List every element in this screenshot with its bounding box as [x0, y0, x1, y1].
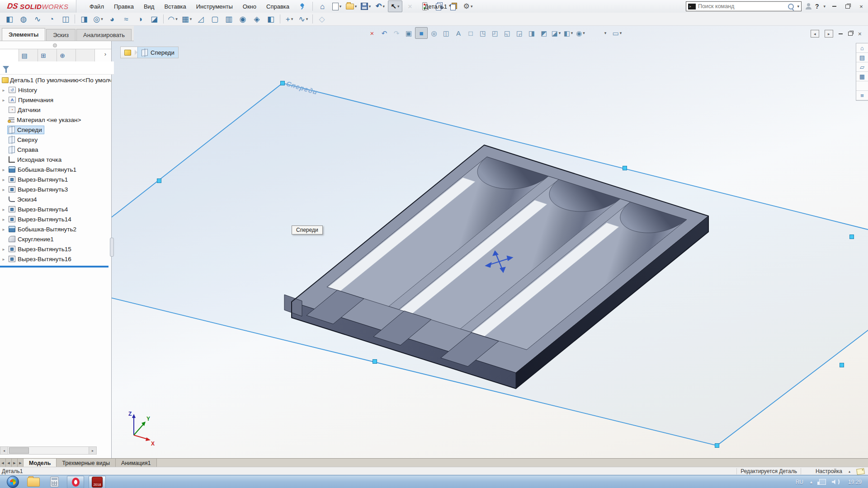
save-button[interactable]: ▾: [359, 1, 373, 12]
help-dropdown-icon[interactable]: ▾: [823, 4, 826, 9]
tree-item-annotations[interactable]: ▸ Примечания: [0, 95, 111, 105]
dropdown-arrow-icon[interactable]: ▾: [340, 4, 342, 9]
hide-show-items-icon[interactable]: ◉▾: [575, 28, 586, 38]
view-top-icon[interactable]: ◲▾: [514, 28, 525, 38]
tree-item-history[interactable]: ▸ History: [0, 85, 111, 95]
tab-animation1[interactable]: Анимация1: [116, 459, 157, 467]
instant3d-icon[interactable]: ◇▾: [315, 14, 329, 24]
scroll-left-icon[interactable]: ◂: [0, 447, 8, 454]
tab-evaluate[interactable]: Анализировать: [76, 29, 132, 41]
tab-3d-views[interactable]: Трехмерные виды: [57, 459, 116, 467]
taskbar-solidworks-icon[interactable]: 2018: [89, 476, 106, 488]
dropdown-arrow-icon[interactable]: ▾: [355, 4, 357, 9]
doc-close-button[interactable]: ×: [858, 30, 862, 38]
minimize-button[interactable]: [829, 2, 839, 10]
view-bottom-icon[interactable]: ◨▾: [526, 28, 538, 38]
undo-button[interactable]: ▾: [373, 1, 387, 12]
scroll-right-icon[interactable]: ▸: [89, 447, 96, 454]
restore-button[interactable]: [843, 2, 853, 10]
lofted-cut-icon[interactable]: ◑▾: [133, 14, 147, 24]
open-document-button[interactable]: ▾: [344, 1, 358, 12]
lofted-boss-icon[interactable]: ◔▾: [45, 14, 58, 24]
display-style-icon[interactable]: ◧▾: [562, 28, 574, 38]
taskpane-view-palette-icon[interactable]: ▦: [856, 72, 868, 81]
search-icon[interactable]: [788, 4, 794, 9]
tree-filter-row[interactable]: [0, 61, 114, 75]
taskbar-opera-icon[interactable]: [67, 476, 84, 488]
extruded-boss-icon[interactable]: ◧▾: [3, 14, 16, 24]
tree-item-front-plane[interactable]: ▸ Спереди: [0, 125, 111, 135]
tree-item-cut-extrude4[interactable]: ▸ Вырез-Вытянуть4: [0, 204, 111, 214]
view-front-icon[interactable]: □▾: [465, 28, 476, 38]
taskpane-design-library-icon[interactable]: ▤: [856, 53, 868, 62]
collapse-left-icon[interactable]: ◂: [811, 30, 819, 38]
dropdown-arrow-icon[interactable]: ▾: [559, 31, 561, 35]
expand-arrow-icon[interactable]: ▸: [0, 88, 7, 93]
customize-arrow-icon[interactable]: ▴: [849, 469, 850, 474]
dropdown-arrow-icon[interactable]: ▾: [291, 17, 293, 21]
taskbar-explorer-icon[interactable]: [25, 476, 42, 488]
section-view-icon[interactable]: ◫▾: [440, 28, 452, 38]
fillet-icon[interactable]: ◠▾: [166, 14, 179, 24]
taskpane-custom-properties-icon[interactable]: ≡: [856, 91, 868, 100]
breadcrumb-part[interactable]: [121, 47, 135, 58]
clock[interactable]: 19:29: [848, 479, 862, 485]
language-indicator[interactable]: RU: [796, 479, 803, 485]
mirror-icon[interactable]: ◧▾: [264, 14, 278, 24]
dropdown-arrow-icon[interactable]: ▾: [397, 4, 400, 9]
scrollbar-thumb[interactable]: [9, 447, 29, 454]
dropdown-arrow-icon[interactable]: ▾: [382, 4, 385, 9]
zoom-to-area-icon[interactable]: ◎▾: [428, 28, 440, 38]
expand-arrow-icon[interactable]: ▸: [0, 257, 7, 262]
view-isometric-icon[interactable]: ◩▾: [538, 28, 550, 38]
boundary-cut-icon[interactable]: ◪▾: [147, 14, 161, 24]
tree-item-cut-extrude1[interactable]: ▸ Вырез-Вытянуть1: [0, 174, 111, 184]
panel-tabs-expand-icon[interactable]: ›: [100, 51, 110, 57]
hole-wizard-icon[interactable]: ◎▾: [91, 14, 105, 24]
select-button[interactable]: ▾: [388, 0, 402, 12]
tree-item-boss-extrude1[interactable]: ▸ Бобышка-Вытянуть1: [0, 164, 111, 174]
tree-item-boss-extrude2[interactable]: ▸ Бобышка-Вытянуть2: [0, 224, 111, 234]
doc-minimize-button[interactable]: [839, 33, 843, 34]
dropdown-arrow-icon[interactable]: ▾: [175, 17, 178, 21]
graphics-area[interactable]: [0, 25, 868, 458]
expand-arrow-icon[interactable]: ▸: [0, 177, 7, 182]
tree-item-fillet1[interactable]: ▸ Скругление1: [0, 234, 111, 244]
home-button[interactable]: ▾: [316, 1, 329, 12]
collapse-right-icon[interactable]: ▸: [825, 30, 833, 38]
intersect-icon[interactable]: ◈▾: [250, 14, 264, 24]
rollback-bar[interactable]: [0, 266, 108, 267]
tree-root-item[interactable]: Деталь1 (По умолчанию<<По умолча: [0, 75, 111, 85]
search-dropdown-icon[interactable]: ▾: [797, 4, 799, 9]
taskpane-appearances-icon[interactable]: [856, 81, 868, 91]
swept-cut-icon[interactable]: ≈▾: [119, 14, 133, 24]
command-search-box[interactable]: > Поиск команд ▾: [686, 1, 802, 11]
tree-item-origin[interactable]: ▸ Исходная точка: [0, 155, 111, 164]
menu-view[interactable]: Вид: [139, 0, 160, 13]
revolved-cut-icon[interactable]: ◕▾: [105, 14, 119, 24]
view-settings-icon[interactable]: ▭▾: [611, 28, 623, 38]
apply-scene-icon[interactable]: ▾: [599, 28, 611, 38]
tag-icon[interactable]: [856, 468, 865, 474]
close-button[interactable]: ×: [856, 2, 866, 10]
cancel-icon[interactable]: ×▾: [366, 28, 378, 38]
view-back-icon[interactable]: ◳▾: [477, 28, 489, 38]
taskbar-calculator-icon[interactable]: [46, 476, 62, 488]
cut-button[interactable]: ▾: [403, 1, 417, 12]
options-button[interactable]: ▾: [461, 1, 475, 12]
expand-arrow-icon[interactable]: ▸: [0, 217, 7, 222]
draft-icon[interactable]: ◿▾: [194, 14, 208, 24]
undo-icon[interactable]: ↶▾: [378, 28, 390, 38]
tab-nav-prev[interactable]: ◀: [6, 459, 12, 467]
wrap-icon[interactable]: ◉▾: [236, 14, 250, 24]
tree-item-cut-extrude15[interactable]: ▸ Вырез-Вытянуть15: [0, 244, 111, 254]
dropdown-arrow-icon[interactable]: ▾: [190, 17, 192, 21]
panel-horizontal-scrollbar[interactable]: ◂ ▸: [0, 446, 97, 455]
user-account-icon[interactable]: [805, 3, 811, 9]
expand-arrow-icon[interactable]: ▸: [0, 167, 7, 172]
pin-menu-icon[interactable]: [299, 3, 305, 9]
tab-nav-last[interactable]: ▶: [18, 459, 24, 467]
menu-tools[interactable]: Инструменты: [191, 0, 238, 13]
menu-edit[interactable]: Правка: [109, 0, 139, 13]
tree-item-material[interactable]: ▸ Материал <не указан>: [0, 115, 111, 125]
